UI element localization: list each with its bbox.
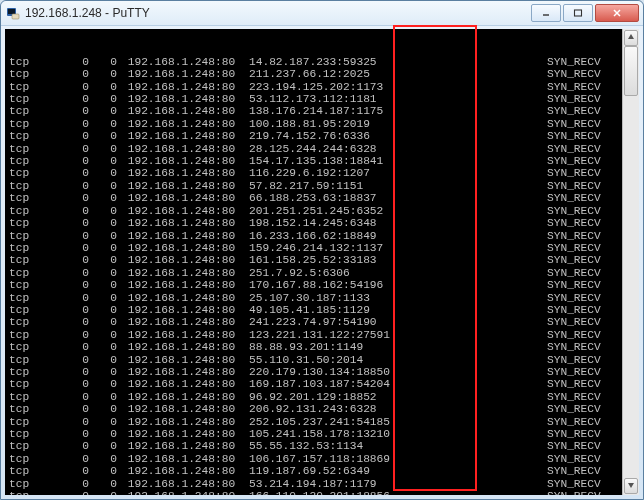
table-row: tcp00 192.168.1.248:80100.188.81.95:2019… (9, 118, 621, 130)
table-row: tcp00 192.168.1.248:80252.105.237.241:54… (9, 416, 621, 428)
cell-local: 192.168.1.248:80 (121, 292, 249, 304)
cell-recvq: 0 (45, 453, 97, 465)
cell-proto: tcp (9, 81, 45, 93)
table-row: tcp00 192.168.1.248:8025.107.30.187:1133… (9, 292, 621, 304)
cell-proto: tcp (9, 428, 45, 440)
cell-local: 192.168.1.248:80 (121, 403, 249, 415)
table-row: tcp00 192.168.1.248:8016.233.166.62:1884… (9, 230, 621, 242)
cell-state: SYN_RECV (547, 118, 621, 130)
cell-sendq: 0 (97, 279, 121, 291)
cell-recvq: 0 (45, 167, 97, 179)
cell-proto: tcp (9, 205, 45, 217)
maximize-button[interactable] (563, 4, 593, 22)
cell-state: SYN_RECV (547, 279, 621, 291)
cell-proto: tcp (9, 68, 45, 80)
cell-local: 192.168.1.248:80 (121, 105, 249, 117)
cell-state: SYN_RECV (547, 292, 621, 304)
cell-remote: 57.82.217.59:1151 (249, 180, 547, 192)
cell-remote: 55.110.31.50:2014 (249, 354, 547, 366)
svg-rect-1 (8, 9, 15, 14)
cell-recvq: 0 (45, 292, 97, 304)
cell-remote: 211.237.66.12:2025 (249, 68, 547, 80)
cell-recvq: 0 (45, 279, 97, 291)
cell-proto: tcp (9, 118, 45, 130)
cell-proto: tcp (9, 478, 45, 490)
cell-recvq: 0 (45, 478, 97, 490)
scroll-down-button[interactable] (624, 478, 638, 494)
close-button[interactable] (595, 4, 639, 22)
cell-remote: 49.105.41.185:1129 (249, 304, 547, 316)
table-row: tcp00 192.168.1.248:80123.221.131.122:27… (9, 329, 621, 341)
scroll-up-button[interactable] (624, 30, 638, 46)
cell-sendq: 0 (97, 465, 121, 477)
cell-sendq: 0 (97, 230, 121, 242)
cell-recvq: 0 (45, 341, 97, 353)
cell-local: 192.168.1.248:80 (121, 341, 249, 353)
cell-proto: tcp (9, 304, 45, 316)
scrollbar[interactable] (622, 29, 639, 495)
cell-state: SYN_RECV (547, 81, 621, 93)
cell-local: 192.168.1.248:80 (121, 118, 249, 130)
cell-local: 192.168.1.248:80 (121, 167, 249, 179)
cell-state: SYN_RECV (547, 490, 621, 495)
cell-state: SYN_RECV (547, 68, 621, 80)
cell-recvq: 0 (45, 440, 97, 452)
svg-marker-7 (628, 34, 634, 39)
cell-recvq: 0 (45, 118, 97, 130)
cell-proto: tcp (9, 366, 45, 378)
cell-remote: 159.246.214.132:1137 (249, 242, 547, 254)
table-row: tcp00 192.168.1.248:80138.176.214.187:11… (9, 105, 621, 117)
cell-state: SYN_RECV (547, 180, 621, 192)
cell-state: SYN_RECV (547, 403, 621, 415)
table-row: tcp00 192.168.1.248:80206.92.131.243:632… (9, 403, 621, 415)
cell-state: SYN_RECV (547, 354, 621, 366)
cell-local: 192.168.1.248:80 (121, 230, 249, 242)
cell-recvq: 0 (45, 391, 97, 403)
cell-recvq: 0 (45, 304, 97, 316)
cell-state: SYN_RECV (547, 143, 621, 155)
cell-recvq: 0 (45, 428, 97, 440)
cell-recvq: 0 (45, 354, 97, 366)
cell-local: 192.168.1.248:80 (121, 93, 249, 105)
cell-state: SYN_RECV (547, 105, 621, 117)
table-row: tcp00 192.168.1.248:80116.229.6.192:1207… (9, 167, 621, 179)
scroll-thumb[interactable] (624, 46, 638, 96)
cell-recvq: 0 (45, 68, 97, 80)
cell-state: SYN_RECV (547, 217, 621, 229)
table-row: tcp00 192.168.1.248:80166.110.120.201:18… (9, 490, 621, 495)
table-row: tcp00 192.168.1.248:8049.105.41.185:1129… (9, 304, 621, 316)
cell-state: SYN_RECV (547, 192, 621, 204)
svg-rect-2 (12, 14, 19, 19)
terminal[interactable]: tcp00 192.168.1.248:8014.82.187.233:5932… (5, 29, 639, 495)
svg-marker-8 (628, 483, 634, 488)
cell-proto: tcp (9, 403, 45, 415)
cell-state: SYN_RECV (547, 130, 621, 142)
cell-state: SYN_RECV (547, 453, 621, 465)
cell-local: 192.168.1.248:80 (121, 254, 249, 266)
table-row: tcp00 192.168.1.248:8053.112.173.112:118… (9, 93, 621, 105)
titlebar[interactable]: 192.168.1.248 - PuTTY (1, 1, 643, 26)
table-row: tcp00 192.168.1.248:80119.187.69.52:6349… (9, 465, 621, 477)
cell-remote: 223.194.125.202:1173 (249, 81, 547, 93)
cell-local: 192.168.1.248:80 (121, 416, 249, 428)
table-row: tcp00 192.168.1.248:80198.152.14.245:634… (9, 217, 621, 229)
cell-state: SYN_RECV (547, 205, 621, 217)
cell-recvq: 0 (45, 267, 97, 279)
cell-recvq: 0 (45, 416, 97, 428)
table-row: tcp00 192.168.1.248:80169.187.103.187:54… (9, 378, 621, 390)
cell-sendq: 0 (97, 205, 121, 217)
cell-sendq: 0 (97, 192, 121, 204)
cell-remote: 166.110.120.201:18856 (249, 490, 547, 495)
cell-local: 192.168.1.248:80 (121, 68, 249, 80)
table-row: tcp00 192.168.1.248:8028.125.244.244:632… (9, 143, 621, 155)
minimize-button[interactable] (531, 4, 561, 22)
cell-sendq: 0 (97, 366, 121, 378)
cell-remote: 198.152.14.245:6348 (249, 217, 547, 229)
cell-local: 192.168.1.248:80 (121, 366, 249, 378)
cell-sendq: 0 (97, 254, 121, 266)
cell-local: 192.168.1.248:80 (121, 180, 249, 192)
cell-proto: tcp (9, 292, 45, 304)
cell-sendq: 0 (97, 416, 121, 428)
cell-proto: tcp (9, 180, 45, 192)
cell-state: SYN_RECV (547, 242, 621, 254)
